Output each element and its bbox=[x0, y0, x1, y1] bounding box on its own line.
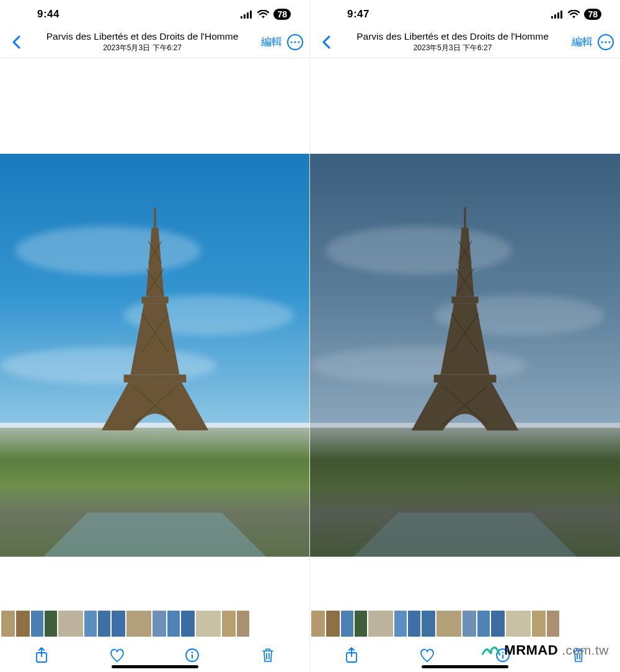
watermark-bold: MRMAD bbox=[504, 642, 558, 658]
thumbnail[interactable] bbox=[341, 611, 353, 637]
svg-rect-24 bbox=[557, 12, 559, 19]
screenshot-right: 9:47 78 Parvis des Libertés et des Droit… bbox=[310, 0, 620, 672]
nav-title: Parvis des Libertés et des Droits de l'H… bbox=[336, 31, 569, 42]
nav-subtitle: 2023年5月3日 下午6:27 bbox=[26, 43, 259, 53]
more-button[interactable] bbox=[287, 34, 303, 50]
svg-point-6 bbox=[298, 41, 299, 43]
thumbnail[interactable] bbox=[408, 611, 420, 637]
thumbnail[interactable] bbox=[394, 611, 407, 637]
thumbnail[interactable] bbox=[126, 611, 151, 637]
home-indicator[interactable] bbox=[422, 665, 508, 668]
svg-point-20 bbox=[192, 652, 193, 653]
svg-rect-23 bbox=[554, 14, 556, 19]
nav-bar: Parvis des Libertés et des Droits de l'H… bbox=[0, 29, 309, 58]
screenshot-left: 9:44 78 Parvis des Libertés et des Droit… bbox=[0, 0, 310, 672]
back-button[interactable] bbox=[6, 35, 26, 49]
thumbnail[interactable] bbox=[196, 611, 221, 637]
svg-rect-22 bbox=[551, 16, 553, 19]
svg-rect-0 bbox=[241, 16, 242, 19]
svg-point-26 bbox=[601, 41, 603, 43]
thumbnail[interactable] bbox=[45, 611, 57, 637]
edit-button[interactable]: 編輯 bbox=[261, 35, 282, 49]
status-icons: 78 bbox=[551, 9, 601, 20]
thumbnail[interactable] bbox=[58, 611, 83, 637]
wifi-icon bbox=[568, 10, 580, 19]
thumbnail[interactable] bbox=[181, 611, 195, 637]
back-button[interactable] bbox=[316, 35, 336, 49]
thumbnail[interactable] bbox=[311, 611, 325, 637]
share-button[interactable] bbox=[339, 645, 364, 665]
thumbnail[interactable] bbox=[222, 611, 236, 637]
status-bar: 9:44 78 bbox=[0, 0, 309, 29]
thumbnail[interactable] bbox=[547, 611, 559, 637]
svg-rect-1 bbox=[244, 14, 246, 19]
thumbnail[interactable] bbox=[532, 611, 546, 637]
thumbnail[interactable] bbox=[436, 611, 461, 637]
thumbnail[interactable] bbox=[112, 611, 125, 637]
svg-rect-2 bbox=[247, 12, 249, 19]
heart-icon bbox=[109, 648, 125, 663]
svg-rect-25 bbox=[560, 11, 562, 19]
nav-subtitle: 2023年5月3日 下午6:27 bbox=[336, 43, 569, 53]
photo-viewer[interactable] bbox=[310, 58, 620, 609]
svg-point-4 bbox=[290, 41, 292, 43]
delete-button[interactable] bbox=[255, 645, 280, 665]
favorite-button[interactable] bbox=[415, 645, 440, 665]
thumbnail[interactable] bbox=[1, 611, 15, 637]
thumbnail[interactable] bbox=[491, 611, 505, 637]
battery-indicator: 78 bbox=[273, 9, 291, 20]
favorite-button[interactable] bbox=[105, 645, 130, 665]
thumbnail[interactable] bbox=[31, 611, 43, 637]
thumbnail[interactable] bbox=[167, 611, 180, 637]
heart-icon bbox=[419, 648, 435, 663]
nav-title-wrap: Parvis des Libertés et des Droits de l'H… bbox=[26, 31, 259, 53]
battery-indicator: 78 bbox=[584, 9, 601, 20]
chevron-left-icon bbox=[12, 35, 20, 49]
thumbnail[interactable] bbox=[477, 611, 490, 637]
svg-rect-3 bbox=[250, 11, 252, 19]
thumbnail-strip[interactable] bbox=[310, 609, 620, 639]
cellular-icon bbox=[551, 11, 564, 19]
status-bar: 9:47 78 bbox=[310, 0, 620, 29]
nav-title: Parvis des Libertés et des Droits de l'H… bbox=[26, 31, 259, 42]
status-time: 9:44 bbox=[37, 8, 60, 20]
thumbnail-strip[interactable] bbox=[0, 609, 309, 639]
thumbnail[interactable] bbox=[326, 611, 340, 637]
watermark: MRMAD.com.tw bbox=[482, 642, 609, 658]
status-icons: 78 bbox=[241, 9, 291, 20]
thumbnail[interactable] bbox=[84, 611, 97, 637]
info-icon bbox=[185, 648, 200, 663]
home-indicator[interactable] bbox=[112, 665, 198, 668]
photo-viewer[interactable] bbox=[0, 58, 309, 609]
edit-button[interactable]: 編輯 bbox=[572, 35, 593, 49]
thumbnail[interactable] bbox=[368, 611, 393, 637]
svg-point-28 bbox=[608, 41, 610, 43]
svg-rect-21 bbox=[192, 655, 193, 659]
thumbnail[interactable] bbox=[16, 611, 30, 637]
watermark-rest: .com.tw bbox=[562, 643, 609, 658]
thumbnail[interactable] bbox=[422, 611, 435, 637]
watermark-logo-icon bbox=[482, 643, 500, 657]
ellipsis-icon bbox=[290, 41, 300, 43]
photo-edited bbox=[310, 154, 620, 557]
more-button[interactable] bbox=[598, 34, 614, 50]
info-button[interactable] bbox=[180, 645, 205, 665]
svg-point-27 bbox=[604, 41, 606, 43]
status-time: 9:47 bbox=[347, 8, 370, 20]
thumbnail[interactable] bbox=[355, 611, 367, 637]
thumbnail[interactable] bbox=[506, 611, 531, 637]
nav-title-wrap: Parvis des Libertés et des Droits de l'H… bbox=[336, 31, 569, 53]
thumbnail[interactable] bbox=[463, 611, 476, 637]
thumbnail[interactable] bbox=[237, 611, 249, 637]
share-icon bbox=[35, 647, 48, 663]
trash-icon bbox=[261, 647, 275, 663]
nav-bar: Parvis des Libertés et des Droits de l'H… bbox=[310, 29, 620, 58]
svg-point-5 bbox=[294, 41, 296, 43]
photo-original bbox=[0, 154, 309, 557]
thumbnail[interactable] bbox=[98, 611, 110, 637]
share-icon bbox=[345, 647, 358, 663]
share-button[interactable] bbox=[29, 645, 54, 665]
cellular-icon bbox=[241, 11, 253, 19]
ellipsis-icon bbox=[601, 41, 611, 43]
thumbnail[interactable] bbox=[153, 611, 166, 637]
